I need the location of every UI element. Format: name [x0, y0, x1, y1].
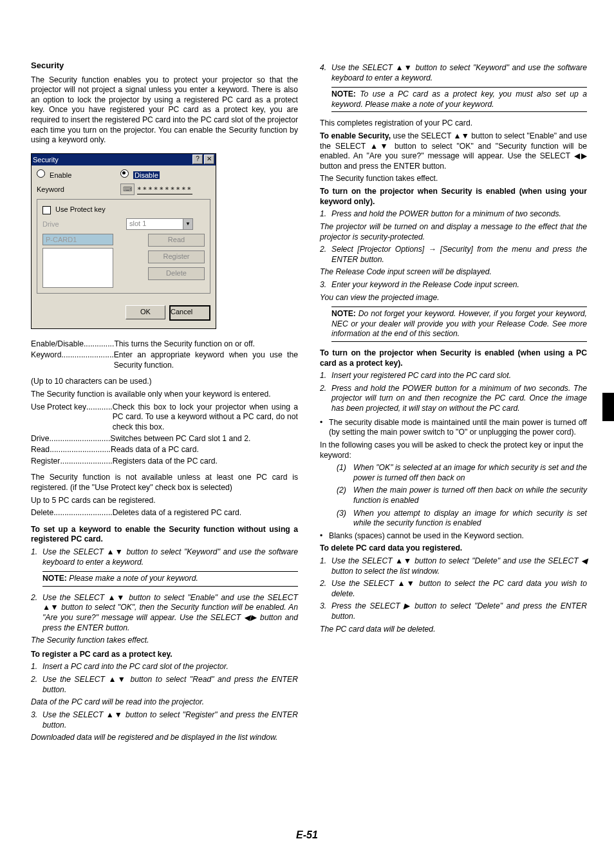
list-header: P-CARD1 — [42, 234, 113, 245]
disable-label: Disable — [133, 171, 160, 179]
keyword-field[interactable]: ∗∗∗∗∗∗∗∗∗∗ — [137, 184, 192, 194]
use-protect-label: Use Protect key — [55, 205, 106, 213]
chevron-down-icon: ▼ — [183, 219, 192, 229]
bullet1-cont: In the following cases you will be asked… — [320, 440, 587, 460]
steps-5: 1Use the SELECT ▲▼ button to select "Del… — [320, 556, 587, 634]
definition-list-1: Enable/Disable .............. This turns… — [31, 339, 298, 371]
drive-dropdown[interactable]: slot 1 ▼ — [126, 218, 193, 230]
security-heading: Security — [31, 61, 298, 71]
delete-button[interactable]: Delete — [148, 267, 205, 280]
sub3: To turn on the projector when Security i… — [320, 187, 587, 207]
enable-bold: To enable Security, — [320, 131, 391, 140]
definition-list-2: Use Protect key ............ Check this … — [31, 402, 298, 467]
keyboard-icon[interactable]: ⌨ — [120, 184, 135, 195]
note-1-text: Please make a note of your keyword. — [69, 574, 198, 583]
bullet-list-2: Blanks (spaces) cannot be used in the Ke… — [320, 531, 587, 542]
note-2: NOTE: Do not forget your keyword. Howeve… — [331, 307, 587, 342]
steps-top: 4Use the SELECT ▲▼ button to select "Key… — [320, 63, 587, 83]
ok-button[interactable]: OK — [126, 305, 165, 319]
enable-label: Enable — [50, 171, 71, 179]
steps-1: 1Use the SELECT ▲▼ button to select "Key… — [31, 547, 298, 567]
sub1: To set up a keyword to enable the Securi… — [31, 525, 298, 545]
sub5: To delete PC card data you registered. — [320, 543, 587, 554]
page-number: E-51 — [0, 829, 614, 841]
note-1: NOTE: Please make a note of your keyword… — [42, 571, 298, 587]
section-tab — [602, 393, 614, 421]
note-2-text: Do not forget your keyword. However, if … — [331, 309, 587, 338]
drive-label: Drive — [42, 220, 126, 229]
card-listbox[interactable] — [42, 248, 113, 288]
sub2: To register a PC card as a protect key. — [31, 650, 298, 660]
sub4: To turn on the projector when Security i… — [320, 348, 587, 368]
steps-4: 1Insert your registered PC card into the… — [320, 371, 587, 413]
security-dialog: Security ? ✕ Enable Disable Keyword — [31, 153, 216, 329]
cancel-button[interactable]: Cancel — [169, 305, 210, 321]
after-note: This completes registration of your PC c… — [320, 118, 587, 129]
enable-radio[interactable] — [37, 169, 45, 178]
sub-list: (1)When "OK" is selected at an image for… — [337, 463, 587, 529]
definition-list-3: Delete ........................... Delet… — [31, 508, 298, 518]
def-cont-1: (Up to 10 characters can be used.) — [31, 377, 298, 387]
note-top: NOTE: To use a PC card as a protect key,… — [331, 87, 587, 112]
note-top-text: To use a PC card as a protect key, you m… — [331, 90, 587, 109]
close-icon[interactable]: ✕ — [204, 155, 214, 164]
intro-text: The Security function enables you to pro… — [31, 75, 298, 146]
dialog-title: Security — [33, 155, 191, 164]
help-icon[interactable]: ? — [192, 155, 203, 164]
steps-3: 1Press and hold the POWER button for a m… — [320, 209, 587, 303]
steps-1b: 2Use the SELECT ▲▼ button to select "Ena… — [31, 593, 298, 646]
bullet-list-1: The security disable mode is maintained … — [320, 418, 587, 438]
left-column: Security The Security function enables y… — [31, 61, 298, 747]
read-button[interactable]: Read — [148, 234, 205, 247]
def2-cont-1: The Security function is not available u… — [31, 473, 298, 493]
keyword-label: Keyword — [37, 185, 120, 194]
drive-value: slot 1 — [129, 220, 146, 227]
right-column: 4Use the SELECT ▲▼ button to select "Key… — [320, 61, 587, 747]
enable-tail: The Security function takes effect. — [320, 174, 587, 184]
disable-radio[interactable] — [120, 169, 129, 178]
use-protect-checkbox[interactable] — [42, 206, 51, 214]
enable-para: To enable Security, use the SELECT ▲▼ bu… — [320, 131, 587, 171]
def-cont-2: The Security function is available only … — [31, 390, 298, 400]
steps-2: 1Insert a PC card into the PC card slot … — [31, 662, 298, 742]
dialog-titlebar: Security ? ✕ — [32, 154, 216, 165]
def2-cont-2: Up to 5 PC cards can be registered. — [31, 496, 298, 506]
register-button[interactable]: Register — [148, 250, 205, 263]
